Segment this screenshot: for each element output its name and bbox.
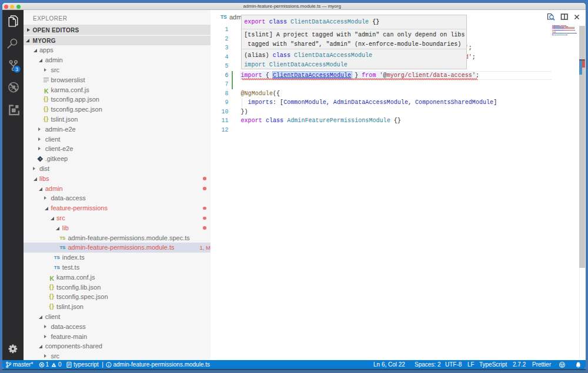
svg-text:3: 3 xyxy=(15,66,18,72)
